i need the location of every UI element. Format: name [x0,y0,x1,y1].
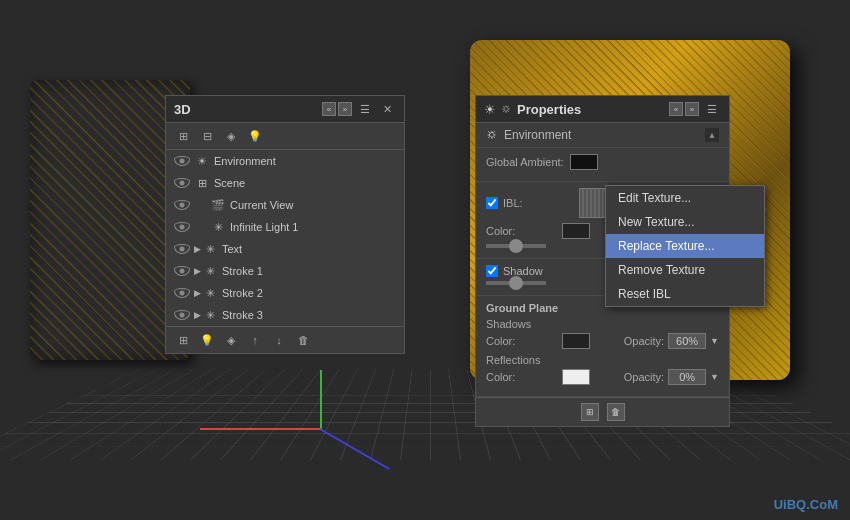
layer-stroke1[interactable]: ▶ ✳ Stroke 1 [166,260,404,282]
props-collapse-btn[interactable]: « [669,102,683,116]
footer-filter-icon[interactable]: ◈ [222,331,240,349]
filter-icon[interactable]: ⊞ [174,127,192,145]
panel-3d-footer: ⊞ 💡 ◈ ↑ ↓ 🗑 [166,326,404,353]
global-ambient-row: Global Ambient: [486,154,719,170]
panel-3d-toolbar: ⊞ ⊟ ◈ 💡 [166,123,404,150]
reflections-opacity-value[interactable]: 0% [668,369,706,385]
stroke3-layer-icon: ✳ [202,307,218,323]
shapes-icon[interactable]: ◈ [222,127,240,145]
shadows-color-label: Color: [486,335,556,347]
reflections-dropdown-arrow[interactable]: ▼ [710,372,719,382]
panel-3d: 3D « » ☰ ✕ ⊞ ⊟ ◈ 💡 ☀ Environment ⊞ Scene… [165,95,405,354]
shadows-color-swatch[interactable] [562,333,590,349]
shadows-opacity-row: Opacity: 60% ▼ [624,333,719,349]
reflections-color-swatch[interactable] [562,369,590,385]
shadows-dropdown-arrow[interactable]: ▼ [710,336,719,346]
collapse-btn[interactable]: « [322,102,336,116]
color-swatch[interactable] [562,223,590,239]
scene-label: Scene [214,177,396,189]
environment-section-label: Environment [504,128,571,142]
visibility-icon-scene[interactable] [174,178,190,188]
footer-scene-icon[interactable]: ⊞ [174,331,192,349]
shadows-opacity-label: Opacity: [624,335,664,347]
layer-environment[interactable]: ☀ Environment [166,150,404,172]
context-menu: Edit Texture... New Texture... Replace T… [605,185,765,307]
shadows-color-row: Color: Opacity: 60% ▼ [486,333,719,349]
ibl-slider-thumb[interactable] [509,239,523,253]
layer-infinite-light[interactable]: ✳ Infinite Light 1 [166,216,404,238]
shadow-slider-track[interactable] [486,281,546,285]
reflections-opacity-label: Opacity: [624,371,664,383]
ctx-edit-texture[interactable]: Edit Texture... [606,186,764,210]
props-footer-icon1[interactable]: ⊞ [581,403,599,421]
close-btn[interactable]: ✕ [378,100,396,118]
panel-3d-controls: « » ☰ ✕ [322,100,396,118]
visibility-icon-stroke2[interactable] [174,288,190,298]
props-header: ☀ ⛭ Properties « » ☰ [476,96,729,123]
layer-stroke2[interactable]: ▶ ✳ Stroke 2 [166,282,404,304]
watermark: UiBQ.CoM [774,497,838,512]
footer-down-icon[interactable]: ↓ [270,331,288,349]
footer-trash-icon[interactable]: 🗑 [294,331,312,349]
stroke2-label: Stroke 2 [222,287,396,299]
footer-light-icon[interactable]: 💡 [198,331,216,349]
props-expand-buttons: « » [669,102,699,116]
environment-layer-icon: ☀ [194,153,210,169]
ctx-reset-ibl[interactable]: Reset IBL [606,282,764,306]
reflections-color-row: Color: Opacity: 0% ▼ [486,369,719,385]
expand-buttons: « » [322,102,352,116]
global-ambient-label: Global Ambient: [486,156,564,168]
panel-3d-header: 3D « » ☰ ✕ [166,96,404,123]
props-expand-btn[interactable]: » [685,102,699,116]
ctx-replace-texture[interactable]: Replace Texture... [606,234,764,258]
ground-plane-section: Ground Plane Shadows Color: Opacity: 60%… [476,296,729,397]
axis-x [200,428,320,430]
ibl-checkbox-row: IBL: [486,197,573,209]
ibl-slider-track[interactable] [486,244,546,248]
visibility-icon-stroke3[interactable] [174,310,190,320]
visibility-icon-stroke1[interactable] [174,266,190,276]
props-footer: ⊞ 🗑 [476,397,729,426]
infinite-light-icon: ✳ [210,219,226,235]
props-menu-btn[interactable]: ☰ [703,100,721,118]
stroke2-layer-icon: ✳ [202,285,218,301]
global-ambient-swatch[interactable] [570,154,598,170]
shadow-label: Shadow [503,265,543,277]
ibl-label: IBL: [503,197,573,209]
shadows-subsection-label: Shadows [486,318,719,330]
menu-btn[interactable]: ☰ [356,100,374,118]
layer-stroke3[interactable]: ▶ ✳ Stroke 3 [166,304,404,326]
ibl-checkbox[interactable] [486,197,498,209]
visibility-icon-light[interactable] [174,222,190,232]
layer-text[interactable]: ▶ ✳ Text [166,238,404,260]
shadow-checkbox[interactable] [486,265,498,277]
stroke1-layer-icon: ✳ [202,263,218,279]
reflections-opacity-row: Opacity: 0% ▼ [624,369,719,385]
grid-icon[interactable]: ⊟ [198,127,216,145]
visibility-icon-environment[interactable] [174,156,190,166]
footer-up-icon[interactable]: ↑ [246,331,264,349]
scroll-up-btn[interactable]: ▲ [705,128,719,142]
visibility-icon-view[interactable] [174,200,190,210]
ctx-remove-texture[interactable]: Remove Texture [606,258,764,282]
expand-btn[interactable]: » [338,102,352,116]
light-bulb-icon[interactable]: 💡 [246,127,264,145]
camera-layer-icon: 🎬 [210,197,226,213]
global-ambient-section: Global Ambient: [476,148,729,182]
scene-layer-icon: ⊞ [194,175,210,191]
axis-y [320,370,322,430]
shadow-slider-thumb[interactable] [509,276,523,290]
layer-current-view[interactable]: 🎬 Current View [166,194,404,216]
text-layer-icon: ✳ [202,241,218,257]
shadows-opacity-value[interactable]: 60% [668,333,706,349]
environment-label: Environment [214,155,396,167]
visibility-icon-text[interactable] [174,244,190,254]
layer-scene[interactable]: ⊞ Scene [166,172,404,194]
props-title: Properties [517,102,581,117]
ctx-new-texture[interactable]: New Texture... [606,210,764,234]
reflections-color-label: Color: [486,371,556,383]
props-controls: « » ☰ [669,100,721,118]
props-footer-trash[interactable]: 🗑 [607,403,625,421]
current-view-label: Current View [230,199,396,211]
stroke3-label: Stroke 3 [222,309,396,321]
